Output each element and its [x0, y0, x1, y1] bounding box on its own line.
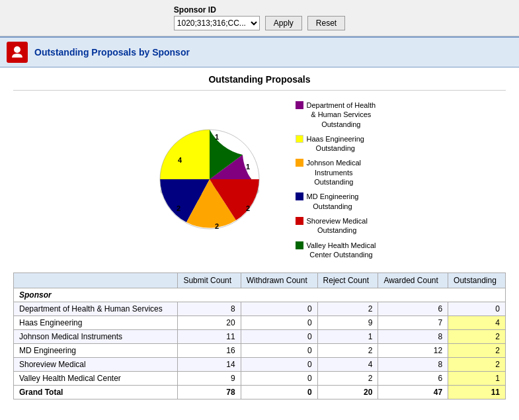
sponsor-group-label: Sponsor	[14, 288, 506, 302]
cell-withdrawn: 0	[241, 330, 317, 344]
grand-total-reject: 20	[317, 386, 378, 399]
cell-awarded: 8	[378, 358, 448, 372]
col-header-awarded: Awarded Count	[378, 273, 448, 288]
cell-withdrawn: 0	[241, 372, 317, 386]
cell-submit: 14	[178, 358, 241, 372]
svg-text:2: 2	[215, 222, 219, 230]
data-table: Submit Count Withdrawn Count Reject Coun…	[13, 273, 506, 399]
cell-awarded: 7	[378, 316, 448, 330]
cell-name: Department of Health & Human Services	[14, 302, 178, 316]
sponsor-id-select[interactable]: 1020;313;316;CC...	[174, 16, 260, 30]
legend-color-shoreview	[296, 217, 303, 225]
content: Outstanding Proposals	[0, 67, 519, 406]
cell-outstanding: 2	[448, 344, 506, 358]
cell-submit: 9	[178, 372, 241, 386]
legend-label-valley: Valley Health MedicalCenter Outstanding	[307, 241, 376, 260]
svg-point-0	[14, 46, 20, 53]
svg-text:1: 1	[215, 133, 219, 141]
grand-total-row: Grand Total 78 0 20 47 11	[14, 386, 506, 399]
cell-reject: 4	[317, 358, 378, 372]
cell-reject: 9	[317, 316, 378, 330]
grand-total-outstanding: 11	[448, 386, 506, 399]
table-row: Shoreview Medical 14 0 4 8 2	[14, 358, 506, 372]
col-header-withdrawn: Withdrawn Count	[241, 273, 317, 288]
cell-name: Shoreview Medical	[14, 358, 178, 372]
grand-total-awarded: 47	[378, 386, 448, 399]
table-row: Johnson Medical Instruments 11 0 1 8 2	[14, 330, 506, 344]
col-header-submit: Submit Count	[178, 273, 241, 288]
cell-name: Johnson Medical Instruments	[14, 330, 178, 344]
cell-outstanding: 4	[448, 316, 506, 330]
chart-title: Outstanding Proposals	[13, 74, 506, 85]
cell-submit: 11	[178, 330, 241, 344]
chart-legend: Department of Health& Human ServicesOuts…	[296, 101, 376, 259]
grand-total-submit: 78	[178, 386, 241, 399]
table-row: Department of Health & Human Services 8 …	[14, 302, 506, 316]
cell-name: Valley Health Medical Center	[14, 372, 178, 386]
pie-chart-wrapper: 1 1 4 2 2 2	[143, 113, 276, 247]
header-bar: Outstanding Proposals by Sponsor	[0, 36, 519, 67]
legend-label-johnson: Johnson MedicalInstrumentsOutstanding	[307, 158, 362, 187]
legend-label-shoreview: Shoreview MedicalOutstanding	[307, 216, 368, 235]
svg-text:1: 1	[246, 163, 250, 171]
table-row: Haas Engineering 20 0 9 7 4	[14, 316, 506, 330]
cell-submit: 8	[178, 302, 241, 316]
cell-submit: 20	[178, 316, 241, 330]
cell-awarded: 6	[378, 302, 448, 316]
svg-text:2: 2	[177, 204, 180, 212]
legend-color-haas	[296, 135, 303, 143]
col-header-name	[14, 273, 178, 288]
col-header-reject: Reject Count	[317, 273, 378, 288]
cell-awarded: 8	[378, 330, 448, 344]
cell-outstanding: 2	[448, 358, 506, 372]
cell-reject: 1	[317, 330, 378, 344]
legend-item-dept: Department of Health& Human ServicesOuts…	[296, 101, 376, 129]
cell-withdrawn: 0	[241, 358, 317, 372]
legend-color-md	[296, 192, 303, 200]
table-section: Submit Count Withdrawn Count Reject Coun…	[13, 273, 506, 399]
cell-outstanding: 1	[448, 372, 506, 386]
cell-awarded: 12	[378, 344, 448, 358]
cell-withdrawn: 0	[241, 316, 317, 330]
pie-chart: 1 1 4 2 2 2	[143, 113, 276, 245]
legend-label-dept: Department of Health& Human ServicesOuts…	[307, 101, 376, 129]
svg-text:4: 4	[178, 156, 182, 164]
chart-section: Outstanding Proposals	[13, 74, 506, 259]
reset-button[interactable]: Reset	[307, 16, 345, 30]
page-title: Outstanding Proposals by Sponsor	[34, 47, 190, 58]
top-bar: Sponsor ID 1020;313;316;CC... Apply Rese…	[0, 0, 519, 36]
sponsor-id-label: Sponsor ID	[174, 5, 216, 15]
grand-total-withdrawn: 0	[241, 386, 317, 399]
sponsor-group-row: Sponsor	[14, 288, 506, 302]
legend-color-johnson	[296, 159, 303, 167]
apply-button[interactable]: Apply	[265, 16, 302, 30]
cell-outstanding: 2	[448, 330, 506, 344]
legend-item-haas: Haas EngineeringOutstanding	[296, 134, 376, 153]
cell-withdrawn: 0	[241, 344, 317, 358]
sponsor-id-group: Sponsor ID 1020;313;316;CC...	[174, 5, 260, 30]
legend-label-haas: Haas EngineeringOutstanding	[307, 134, 364, 153]
cell-withdrawn: 0	[241, 302, 317, 316]
legend-item-shoreview: Shoreview MedicalOutstanding	[296, 216, 376, 235]
header-icon	[7, 42, 28, 63]
cell-name: MD Engineering	[14, 344, 178, 358]
cell-reject: 2	[317, 344, 378, 358]
legend-item-md: MD EngineeringOutstanding	[296, 192, 376, 211]
legend-color-dept	[296, 101, 303, 109]
cell-reject: 2	[317, 372, 378, 386]
table-row: MD Engineering 16 0 2 12 2	[14, 344, 506, 358]
cell-name: Haas Engineering	[14, 316, 178, 330]
cell-awarded: 6	[378, 372, 448, 386]
col-header-outstanding: Outstanding	[448, 273, 506, 288]
legend-label-md: MD EngineeringOutstanding	[307, 192, 359, 211]
cell-submit: 16	[178, 344, 241, 358]
cell-reject: 2	[317, 302, 378, 316]
cell-outstanding: 0	[448, 302, 506, 316]
chart-container: 1 1 4 2 2 2 Department of Health& Human …	[13, 101, 506, 259]
svg-text:2: 2	[246, 204, 250, 212]
table-row: Valley Health Medical Center 9 0 2 6 1	[14, 372, 506, 386]
legend-item-johnson: Johnson MedicalInstrumentsOutstanding	[296, 158, 376, 187]
legend-item-valley: Valley Health MedicalCenter Outstanding	[296, 241, 376, 260]
grand-total-label: Grand Total	[14, 386, 178, 399]
legend-color-valley	[296, 241, 303, 249]
